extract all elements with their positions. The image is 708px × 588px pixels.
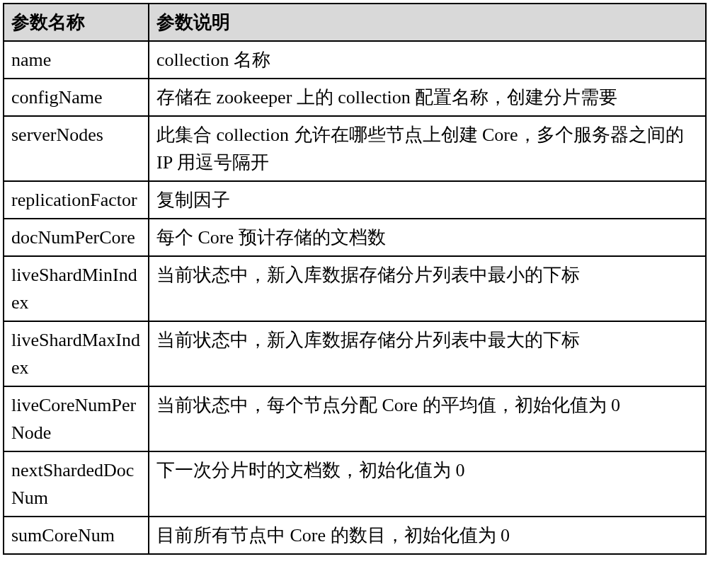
table-row: sumCoreNum 目前所有节点中 Core 的数目，初始化值为 0 <box>4 517 706 554</box>
param-name-cell: liveShardMaxIndex <box>4 321 149 386</box>
param-desc-cell: 当前状态中，新入库数据存储分片列表中最小的下标 <box>149 256 706 321</box>
param-desc-cell: collection 名称 <box>149 41 706 79</box>
table-row: docNumPerCore 每个 Core 预计存储的文档数 <box>4 219 706 256</box>
header-param-desc: 参数说明 <box>149 4 706 41</box>
param-name-cell: serverNodes <box>4 116 149 181</box>
param-name-cell: configName <box>4 79 149 116</box>
param-desc-cell: 此集合 collection 允许在哪些节点上创建 Core，多个服务器之间的 … <box>149 116 706 181</box>
param-desc-cell: 每个 Core 预计存储的文档数 <box>149 219 706 256</box>
table-row: nextShardedDocNum 下一次分片时的文档数，初始化值为 0 <box>4 451 706 517</box>
table-row: configName 存储在 zookeeper 上的 collection 配… <box>4 79 706 116</box>
table-row: liveShardMinIndex 当前状态中，新入库数据存储分片列表中最小的下… <box>4 256 706 321</box>
param-name-cell: sumCoreNum <box>4 517 149 554</box>
table-row: liveShardMaxIndex 当前状态中，新入库数据存储分片列表中最大的下… <box>4 321 706 386</box>
param-name-cell: liveCoreNumPerNode <box>4 386 149 451</box>
param-desc-cell: 存储在 zookeeper 上的 collection 配置名称，创建分片需要 <box>149 79 706 116</box>
param-desc-cell: 目前所有节点中 Core 的数目，初始化值为 0 <box>149 517 706 554</box>
param-desc-cell: 下一次分片时的文档数，初始化值为 0 <box>149 451 706 517</box>
table-row: replicationFactor 复制因子 <box>4 181 706 219</box>
param-name-cell: replicationFactor <box>4 181 149 219</box>
param-desc-cell: 复制因子 <box>149 181 706 219</box>
table-header-row: 参数名称 参数说明 <box>4 4 706 41</box>
param-desc-cell: 当前状态中，每个节点分配 Core 的平均值，初始化值为 0 <box>149 386 706 451</box>
param-name-cell: liveShardMinIndex <box>4 256 149 321</box>
param-name-cell: name <box>4 41 149 79</box>
table-row: serverNodes 此集合 collection 允许在哪些节点上创建 Co… <box>4 116 706 181</box>
param-name-cell: docNumPerCore <box>4 219 149 256</box>
param-name-cell: nextShardedDocNum <box>4 451 149 517</box>
parameter-table: 参数名称 参数说明 name collection 名称 configName … <box>3 3 707 555</box>
table-row: name collection 名称 <box>4 41 706 79</box>
param-desc-cell: 当前状态中，新入库数据存储分片列表中最大的下标 <box>149 321 706 386</box>
table-row: liveCoreNumPerNode 当前状态中，每个节点分配 Core 的平均… <box>4 386 706 451</box>
header-param-name: 参数名称 <box>4 4 149 41</box>
